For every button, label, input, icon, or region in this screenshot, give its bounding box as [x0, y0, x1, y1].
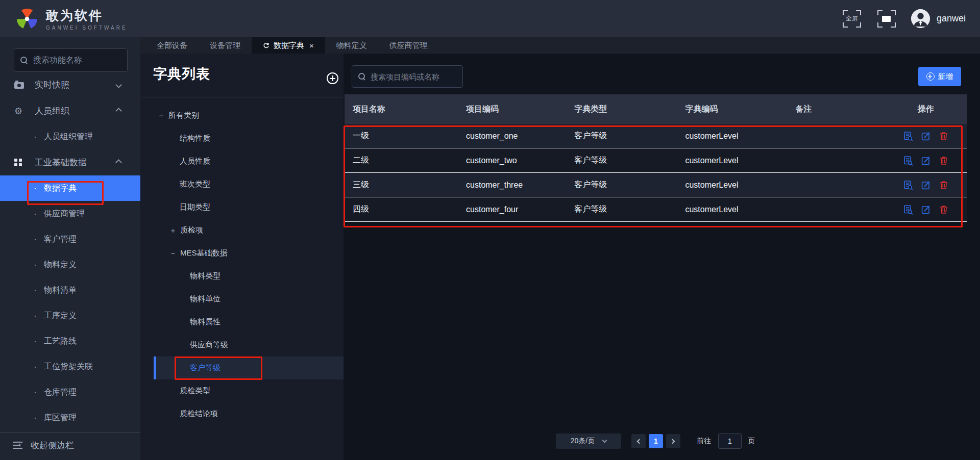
collapse-sidebar-button[interactable]: 收起侧边栏 [0, 432, 140, 457]
view-detail-icon[interactable] [903, 131, 913, 141]
table-row: 四级 customer_four 客户等级 customerLevel [345, 197, 967, 222]
delete-icon[interactable] [939, 205, 949, 215]
search-icon [358, 73, 366, 81]
table-row: 二级 customer_two 客户等级 customerLevel [345, 148, 967, 173]
chevron-down-icon [602, 438, 607, 443]
page-size-select[interactable]: 20条/页 [556, 433, 621, 449]
refresh-icon[interactable] [263, 42, 270, 49]
sidebar-item-supplier-management[interactable]: · 供应商管理 [0, 201, 140, 226]
avatar[interactable] [911, 9, 930, 28]
sidebar-search-input[interactable] [33, 56, 139, 65]
add-button[interactable]: 新增 [918, 67, 961, 86]
chevron-left-icon [637, 439, 642, 444]
bullet-icon: · [34, 387, 37, 398]
tab-material-definition[interactable]: 物料定义 [325, 37, 378, 54]
collapse-sidebar-icon [13, 442, 22, 449]
grid-icon [14, 159, 22, 166]
collapse-minus-icon[interactable]: − [157, 111, 165, 120]
sidebar-item-personnel-org-management[interactable]: · 人员组织管理 [0, 124, 140, 149]
tab-supplier-management[interactable]: 供应商管理 [378, 37, 439, 54]
tree-node-date-type[interactable]: 日期类型 [140, 196, 344, 219]
tree-node-all-categories[interactable]: − 所有类别 [140, 104, 344, 127]
username[interactable]: ganwei [937, 13, 966, 24]
edit-icon[interactable] [921, 205, 931, 215]
table-row: 三级 customer_three 客户等级 customerLevel [345, 173, 967, 197]
sidebar-item-warehouse-management[interactable]: · 仓库管理 [0, 379, 140, 405]
fullscreen-cn-button[interactable]: 全屏 [843, 10, 861, 28]
sidebar-item-material-definition[interactable]: · 物料定义 [0, 252, 140, 277]
sidebar: 实时快照 ⚙ 人员组织 · 人员组织管理 工业基础数据 · 数据字典 [0, 37, 140, 460]
tree-node-customer-level[interactable]: 客户等级 [154, 356, 344, 379]
edit-icon[interactable] [921, 180, 931, 190]
tab-bar: 全部设备 设备管理 数据字典 × 物料定义 供应商管理 [140, 37, 980, 54]
sidebar-item-storage-area-management[interactable]: · 库区管理 [0, 405, 140, 430]
table-header-row: 项目名称 项目编码 字典类型 字典编码 备注 操作 [345, 94, 967, 124]
add-category-icon[interactable] [327, 72, 338, 84]
tree-node-qc-conclusion-item[interactable]: 质检结论项 [140, 402, 344, 425]
logo: 敢为软件 GANWEI SOFTWARE [15, 7, 128, 31]
dictionary-table: 项目名称 项目编码 字典类型 字典编码 备注 操作 一级 customer_on… [345, 94, 967, 222]
view-detail-icon[interactable] [903, 205, 913, 215]
logo-subtitle: GANWEI SOFTWARE [46, 25, 128, 31]
table-search-box[interactable] [352, 65, 463, 88]
sidebar-item-data-dictionary[interactable]: · 数据字典 [0, 175, 140, 201]
chevron-down-icon [115, 82, 122, 88]
bullet-icon: · [34, 285, 37, 296]
tree-node-material-type[interactable]: 物料类型 [140, 265, 344, 288]
tree-node-supplier-level[interactable]: 供应商等级 [140, 334, 344, 356]
bullet-icon: · [34, 260, 37, 270]
delete-icon[interactable] [939, 131, 949, 141]
edit-icon[interactable] [921, 131, 931, 141]
delete-icon[interactable] [939, 180, 949, 190]
tree-node-personnel-nature[interactable]: 人员性质 [140, 150, 344, 173]
tree-node-mes-base-data[interactable]: − MES基础数据 [140, 242, 344, 265]
close-icon[interactable]: × [309, 42, 314, 49]
tab-data-dictionary[interactable]: 数据字典 × [252, 37, 325, 54]
camera-icon [14, 82, 24, 89]
goto-label: 前往 [697, 437, 711, 446]
sidebar-item-material-list[interactable]: · 物料清单 [0, 277, 140, 303]
bullet-icon: · [34, 209, 37, 219]
sidebar-menu: 实时快照 ⚙ 人员组织 · 人员组织管理 工业基础数据 · 数据字典 [0, 72, 140, 430]
table-search-input[interactable] [371, 72, 456, 81]
sidebar-search-box[interactable] [14, 48, 128, 72]
bullet-icon: · [34, 336, 37, 347]
tree-panel-header: 字典列表 [140, 54, 344, 97]
tree-node-material-attribute[interactable]: 物料属性 [140, 311, 344, 334]
current-page-button[interactable]: 1 [649, 434, 663, 448]
next-page-button[interactable] [666, 434, 680, 448]
edit-icon[interactable] [921, 156, 931, 166]
bullet-icon: · [34, 234, 37, 245]
logo-fan-icon [15, 7, 39, 31]
app-window: 敢为软件 GANWEI SOFTWARE 全屏 ganwei [0, 0, 980, 460]
sidebar-item-industrial-base-data[interactable]: 工业基础数据 [0, 149, 140, 175]
fullscreen-icon[interactable] [877, 10, 896, 28]
delete-icon[interactable] [939, 156, 949, 166]
goto-page-input[interactable] [718, 433, 742, 449]
sidebar-item-customer-management[interactable]: · 客户管理 [0, 226, 140, 252]
view-detail-icon[interactable] [903, 180, 913, 190]
tree-node-material-unit[interactable]: 物料单位 [140, 288, 344, 311]
main-content: 新增 项目名称 项目编码 字典类型 字典编码 备注 操作 一级 customer… [344, 54, 980, 460]
sidebar-item-process-route[interactable]: · 工艺路线 [0, 328, 140, 354]
tree-node-structural-nature[interactable]: 结构性质 [140, 127, 344, 150]
tree-node-qc-type[interactable]: 质检类型 [140, 379, 344, 402]
table-row: 一级 customer_one 客户等级 customerLevel [345, 124, 967, 148]
view-detail-icon[interactable] [903, 156, 913, 166]
bullet-icon: · [34, 413, 37, 423]
sidebar-item-realtime-snapshot[interactable]: 实时快照 [0, 72, 140, 98]
top-header: 敢为软件 GANWEI SOFTWARE 全屏 ganwei [0, 0, 980, 37]
panel-title: 字典列表 [153, 66, 210, 82]
sidebar-item-station-shelf-relation[interactable]: · 工位货架关联 [0, 354, 140, 379]
tree-node-shift-type[interactable]: 班次类型 [140, 173, 344, 196]
header-right: 全屏 ganwei [843, 0, 980, 37]
collapse-minus-icon[interactable]: − [169, 249, 177, 258]
expand-plus-icon[interactable]: + [169, 226, 177, 235]
prev-page-button[interactable] [631, 434, 646, 448]
sidebar-item-personnel-org[interactable]: ⚙ 人员组织 [0, 98, 140, 124]
sidebar-item-process-definition[interactable]: · 工序定义 [0, 303, 140, 328]
dictionary-tree-panel: 字典列表 − 所有类别 结构性质 人员性质 班次类型 日期类型 + 质检项 [140, 54, 344, 460]
tab-all-devices[interactable]: 全部设备 [145, 37, 199, 54]
tab-device-management[interactable]: 设备管理 [199, 37, 252, 54]
tree-node-qc-item[interactable]: + 质检项 [140, 219, 344, 242]
